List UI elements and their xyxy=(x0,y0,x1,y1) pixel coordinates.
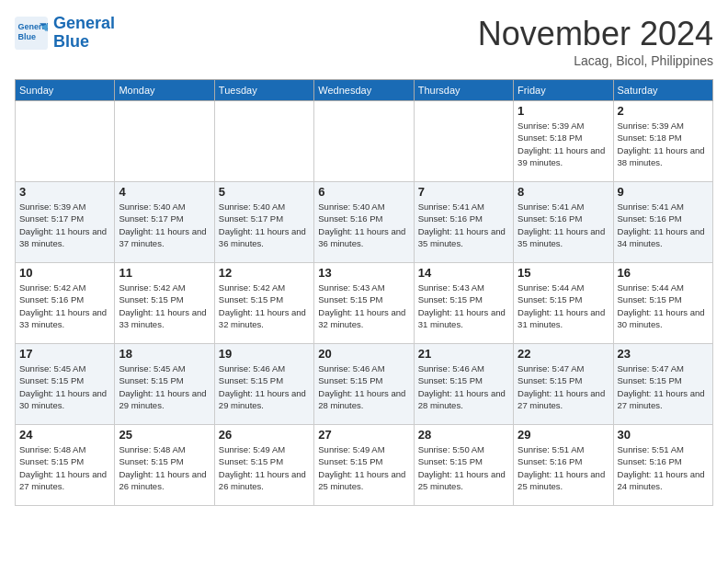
calendar-week-3: 10Sunrise: 5:42 AMSunset: 5:16 PMDayligh… xyxy=(16,263,713,344)
day-number: 3 xyxy=(19,185,110,199)
calendar-cell: 2Sunrise: 5:39 AMSunset: 5:18 PMDaylight… xyxy=(613,101,712,182)
day-number: 20 xyxy=(318,347,409,361)
day-number: 24 xyxy=(19,428,110,442)
day-info: Sunrise: 5:48 AMSunset: 5:15 PMDaylight:… xyxy=(119,443,210,492)
day-info: Sunrise: 5:42 AMSunset: 5:15 PMDaylight:… xyxy=(119,282,210,330)
day-number: 28 xyxy=(418,428,509,442)
day-number: 10 xyxy=(19,266,110,280)
calendar-cell: 30Sunrise: 5:51 AMSunset: 5:16 PMDayligh… xyxy=(613,425,712,506)
calendar-cell: 7Sunrise: 5:41 AMSunset: 5:16 PMDaylight… xyxy=(414,182,513,263)
weekday-header-thursday: Thursday xyxy=(414,80,513,101)
month-title: November 2024 xyxy=(478,15,713,53)
title-area: November 2024 Lacag, Bicol, Philippines xyxy=(478,15,713,68)
calendar-week-4: 17Sunrise: 5:45 AMSunset: 5:15 PMDayligh… xyxy=(16,344,713,425)
calendar-cell: 14Sunrise: 5:43 AMSunset: 5:15 PMDayligh… xyxy=(414,263,513,344)
day-info: Sunrise: 5:44 AMSunset: 5:15 PMDaylight:… xyxy=(618,282,709,330)
calendar-table: SundayMondayTuesdayWednesdayThursdayFrid… xyxy=(15,79,713,506)
day-number: 22 xyxy=(518,347,609,361)
day-info: Sunrise: 5:44 AMSunset: 5:15 PMDaylight:… xyxy=(518,282,609,330)
weekday-header-sunday: Sunday xyxy=(16,80,115,101)
day-info: Sunrise: 5:49 AMSunset: 5:15 PMDaylight:… xyxy=(318,443,409,492)
calendar-cell: 13Sunrise: 5:43 AMSunset: 5:15 PMDayligh… xyxy=(314,263,414,344)
calendar-cell xyxy=(414,101,513,182)
calendar-week-1: 1Sunrise: 5:39 AMSunset: 5:18 PMDaylight… xyxy=(16,101,713,182)
day-number: 15 xyxy=(518,266,609,280)
day-number: 6 xyxy=(318,185,409,199)
calendar-cell: 11Sunrise: 5:42 AMSunset: 5:15 PMDayligh… xyxy=(115,263,214,344)
calendar-week-5: 24Sunrise: 5:48 AMSunset: 5:15 PMDayligh… xyxy=(16,425,713,506)
logo-text: General Blue xyxy=(53,15,115,52)
day-info: Sunrise: 5:46 AMSunset: 5:15 PMDaylight:… xyxy=(418,362,509,411)
day-number: 25 xyxy=(119,428,210,442)
calendar-cell: 4Sunrise: 5:40 AMSunset: 5:17 PMDaylight… xyxy=(115,182,214,263)
day-number: 16 xyxy=(618,266,709,280)
weekday-header-row: SundayMondayTuesdayWednesdayThursdayFrid… xyxy=(16,80,713,101)
calendar-cell: 16Sunrise: 5:44 AMSunset: 5:15 PMDayligh… xyxy=(613,263,712,344)
day-info: Sunrise: 5:48 AMSunset: 5:15 PMDaylight:… xyxy=(19,443,110,492)
calendar-cell: 5Sunrise: 5:40 AMSunset: 5:17 PMDaylight… xyxy=(214,182,313,263)
calendar-cell: 29Sunrise: 5:51 AMSunset: 5:16 PMDayligh… xyxy=(514,425,613,506)
calendar-cell: 12Sunrise: 5:42 AMSunset: 5:15 PMDayligh… xyxy=(214,263,313,344)
calendar-cell: 1Sunrise: 5:39 AMSunset: 5:18 PMDaylight… xyxy=(514,101,613,182)
day-info: Sunrise: 5:42 AMSunset: 5:15 PMDaylight:… xyxy=(219,282,310,330)
day-number: 2 xyxy=(618,104,709,118)
day-number: 23 xyxy=(618,347,709,361)
calendar-cell: 26Sunrise: 5:49 AMSunset: 5:15 PMDayligh… xyxy=(214,425,313,506)
day-info: Sunrise: 5:39 AMSunset: 5:18 PMDaylight:… xyxy=(618,120,709,168)
day-info: Sunrise: 5:46 AMSunset: 5:15 PMDaylight:… xyxy=(318,362,409,411)
calendar-cell: 6Sunrise: 5:40 AMSunset: 5:16 PMDaylight… xyxy=(314,182,414,263)
day-number: 4 xyxy=(119,185,210,199)
calendar-cell: 8Sunrise: 5:41 AMSunset: 5:16 PMDaylight… xyxy=(514,182,613,263)
day-number: 7 xyxy=(418,185,509,199)
weekday-header-friday: Friday xyxy=(514,80,613,101)
day-info: Sunrise: 5:40 AMSunset: 5:17 PMDaylight:… xyxy=(219,201,310,249)
weekday-header-tuesday: Tuesday xyxy=(214,80,313,101)
calendar-cell: 20Sunrise: 5:46 AMSunset: 5:15 PMDayligh… xyxy=(314,344,414,425)
day-info: Sunrise: 5:49 AMSunset: 5:15 PMDaylight:… xyxy=(219,443,310,492)
calendar-week-2: 3Sunrise: 5:39 AMSunset: 5:17 PMDaylight… xyxy=(16,182,713,263)
day-info: Sunrise: 5:51 AMSunset: 5:16 PMDaylight:… xyxy=(518,443,609,492)
day-number: 5 xyxy=(219,185,310,199)
day-info: Sunrise: 5:41 AMSunset: 5:16 PMDaylight:… xyxy=(618,201,709,249)
calendar-cell: 25Sunrise: 5:48 AMSunset: 5:15 PMDayligh… xyxy=(115,425,214,506)
calendar-cell: 27Sunrise: 5:49 AMSunset: 5:15 PMDayligh… xyxy=(314,425,414,506)
calendar-cell: 17Sunrise: 5:45 AMSunset: 5:15 PMDayligh… xyxy=(16,344,115,425)
day-info: Sunrise: 5:47 AMSunset: 5:15 PMDaylight:… xyxy=(518,362,609,411)
day-info: Sunrise: 5:39 AMSunset: 5:17 PMDaylight:… xyxy=(19,201,110,249)
weekday-header-saturday: Saturday xyxy=(613,80,712,101)
day-number: 30 xyxy=(618,428,709,442)
calendar-cell xyxy=(115,101,214,182)
calendar-cell: 15Sunrise: 5:44 AMSunset: 5:15 PMDayligh… xyxy=(514,263,613,344)
calendar-cell xyxy=(214,101,313,182)
day-number: 12 xyxy=(219,266,310,280)
calendar-cell: 18Sunrise: 5:45 AMSunset: 5:15 PMDayligh… xyxy=(115,344,214,425)
svg-text:Blue: Blue xyxy=(18,32,37,41)
page-header: General Blue General Blue November 2024 … xyxy=(15,15,713,68)
day-info: Sunrise: 5:41 AMSunset: 5:16 PMDaylight:… xyxy=(518,201,609,249)
day-number: 17 xyxy=(19,347,110,361)
day-number: 1 xyxy=(518,104,609,118)
day-number: 29 xyxy=(518,428,609,442)
day-number: 18 xyxy=(119,347,210,361)
calendar-cell: 10Sunrise: 5:42 AMSunset: 5:16 PMDayligh… xyxy=(16,263,115,344)
calendar-cell xyxy=(16,101,115,182)
day-number: 14 xyxy=(418,266,509,280)
day-info: Sunrise: 5:42 AMSunset: 5:16 PMDaylight:… xyxy=(19,282,110,330)
day-info: Sunrise: 5:43 AMSunset: 5:15 PMDaylight:… xyxy=(418,282,509,330)
day-info: Sunrise: 5:40 AMSunset: 5:17 PMDaylight:… xyxy=(119,201,210,249)
day-info: Sunrise: 5:46 AMSunset: 5:15 PMDaylight:… xyxy=(219,362,310,411)
day-info: Sunrise: 5:45 AMSunset: 5:15 PMDaylight:… xyxy=(119,362,210,411)
calendar-cell: 19Sunrise: 5:46 AMSunset: 5:15 PMDayligh… xyxy=(214,344,313,425)
day-number: 9 xyxy=(618,185,709,199)
day-info: Sunrise: 5:40 AMSunset: 5:16 PMDaylight:… xyxy=(318,201,409,249)
day-info: Sunrise: 5:39 AMSunset: 5:18 PMDaylight:… xyxy=(518,120,609,168)
day-number: 11 xyxy=(119,266,210,280)
day-number: 8 xyxy=(518,185,609,199)
day-info: Sunrise: 5:51 AMSunset: 5:16 PMDaylight:… xyxy=(618,443,709,492)
day-number: 26 xyxy=(219,428,310,442)
day-info: Sunrise: 5:47 AMSunset: 5:15 PMDaylight:… xyxy=(618,362,709,411)
day-info: Sunrise: 5:45 AMSunset: 5:15 PMDaylight:… xyxy=(19,362,110,411)
weekday-header-monday: Monday xyxy=(115,80,214,101)
calendar-cell: 3Sunrise: 5:39 AMSunset: 5:17 PMDaylight… xyxy=(16,182,115,263)
logo: General Blue General Blue xyxy=(15,15,115,52)
